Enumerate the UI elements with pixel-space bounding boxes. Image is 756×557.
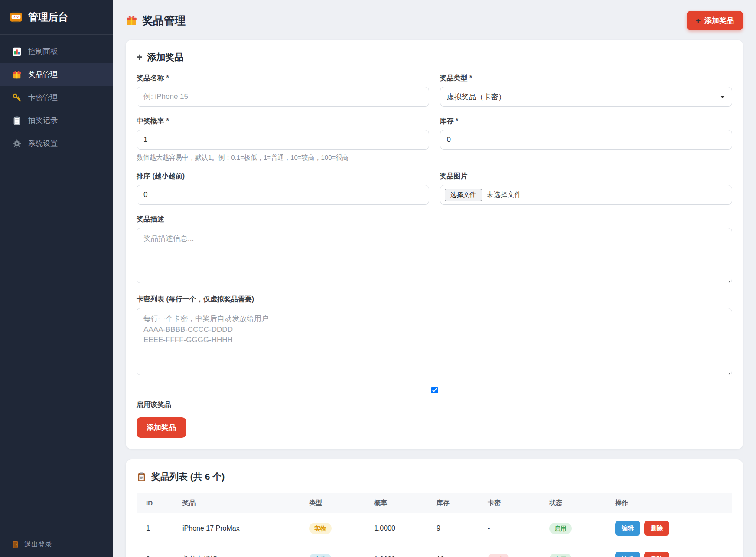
page-title: 奖品管理 [126,13,186,28]
col-kami: 卡密 [482,493,543,513]
col-status: 状态 [543,493,609,513]
page-header: 奖品管理 + 添加奖品 [126,0,743,40]
sidebar-item-label: 控制面板 [28,46,58,56]
table-header-row: ID 奖品 类型 概率 库存 卡密 状态 操作 [137,493,732,513]
submit-add-prize-button[interactable]: 添加奖品 [137,417,186,438]
door-icon [11,541,20,549]
field-prize-name: 奖品名称 * [137,74,429,107]
prize-type-select[interactable]: 虚拟奖品（卡密） [440,87,733,107]
field-prize-type: 奖品类型 * 虚拟奖品（卡密） [440,74,733,107]
prize-name-input[interactable] [137,87,429,107]
kami-list-textarea[interactable] [137,308,732,375]
image-file-input[interactable]: 选择文件 未选择文件 [440,185,733,205]
clipboard-icon [137,472,147,482]
col-id: ID [137,493,176,513]
sidebar-item-dashboard[interactable]: 控制面板 [0,40,113,63]
field-sort: 排序 (越小越前) [137,172,429,205]
image-label: 奖品图片 [440,172,733,181]
kami-list-label: 卡密列表 (每行一个，仅虚拟奖品需要) [137,295,732,304]
sidebar-menu: 控制面板 奖品管理 卡密管理 [0,35,113,532]
status-badge: 启用 [549,554,572,557]
edit-button[interactable]: 编辑 [615,552,640,557]
probability-input[interactable] [137,130,429,150]
stock-label: 库存 * [440,117,733,126]
probability-label: 中奖概率 * [137,117,429,126]
form-card-title: + 添加奖品 [137,51,732,63]
key-icon [12,93,22,102]
delete-button[interactable]: 删除 [644,521,669,536]
prize-type-select-wrap: 虚拟奖品（卡密） [440,87,733,107]
table-row: 1 iPhone 17 ProMax 实物 1.0000 9 - 启用 编辑删除 [137,513,732,544]
sidebar-item-prizes[interactable]: 奖品管理 [0,63,113,86]
col-probability: 概率 [368,493,430,513]
svg-text:777: 777 [13,15,19,19]
edit-button[interactable]: 编辑 [615,521,640,536]
sort-label: 排序 (越小越前) [137,172,429,181]
sidebar-item-records[interactable]: 抽奖记录 [0,109,113,132]
cell-probability: 1.0000 [368,513,430,544]
add-prize-form-card: + 添加奖品 奖品名称 * 奖品类型 * 虚拟奖品（卡密） 中奖概率 * 数值越… [126,40,743,449]
prize-name-label: 奖品名称 * [137,74,429,83]
sidebar-item-label: 抽奖记录 [28,115,58,125]
description-label: 奖品描述 [137,215,732,224]
probability-hint: 数值越大越容易中，默认1。例：0.1=极低，1=普通，10=较高，100=很高 [137,154,429,162]
sidebar-item-label: 卡密管理 [28,92,58,102]
enable-prize-checkbox[interactable] [431,387,438,393]
form-card-title-text: 添加奖品 [147,51,183,63]
page-title-text: 奖品管理 [142,13,186,28]
slot-machine-icon: 777 [10,11,23,24]
app-title: 管理后台 [28,10,68,24]
cell-probability: 1.0000 [368,544,430,557]
field-kami-list: 卡密列表 (每行一个，仅虚拟奖品需要) [137,295,732,377]
plus-icon: + [696,16,701,25]
delete-button[interactable]: 删除 [644,552,669,557]
table-row: 2 美的电饭锅 虚拟 1.0000 10 0 个 启用 编辑删除 [137,544,732,557]
cell-id: 1 [137,513,176,544]
status-badge: 启用 [549,523,572,534]
prize-type-label: 奖品类型 * [440,74,733,83]
col-actions: 操作 [609,493,732,513]
sidebar: 777 管理后台 控制面板 [0,0,113,557]
bar-chart-icon [12,47,22,56]
type-badge-physical: 实物 [309,523,332,534]
sidebar-item-label: 奖品管理 [28,69,58,79]
cell-stock: 9 [430,513,482,544]
clipboard-icon [12,116,22,125]
sort-input[interactable] [137,185,429,205]
sidebar-item-cards[interactable]: 卡密管理 [0,86,113,109]
cell-kami: - [482,513,543,544]
logout-button[interactable]: 退出登录 [0,532,113,557]
cell-id: 2 [137,544,176,557]
main-content: 奖品管理 + 添加奖品 + 添加奖品 奖品名称 * 奖品类型 * 虚拟奖品（卡密… [113,0,756,557]
field-description: 奖品描述 [137,215,732,285]
col-prize: 奖品 [176,493,303,513]
enable-prize-label: 启用该奖品 [137,400,732,410]
field-image: 奖品图片 选择文件 未选择文件 [440,172,733,205]
cell-prize-name: 美的电饭锅 [176,544,303,557]
col-stock: 库存 [430,493,482,513]
description-textarea[interactable] [137,228,732,283]
app-logo: 777 管理后台 [0,0,113,35]
add-prize-header-button[interactable]: + 添加奖品 [687,11,743,30]
stock-input[interactable] [440,130,733,150]
add-prize-header-label: 添加奖品 [704,16,734,26]
gift-icon [12,70,22,79]
logout-label: 退出登录 [24,540,52,549]
type-badge-virtual: 虚拟 [309,554,332,557]
choose-file-button[interactable]: 选择文件 [445,189,482,201]
sidebar-item-settings[interactable]: 系统设置 [0,132,113,155]
prize-list-card: 奖品列表 (共 6 个) ID 奖品 类型 概率 库存 卡密 状态 操作 [126,459,743,557]
sidebar-item-label: 系统设置 [28,138,58,148]
col-type: 类型 [303,493,368,513]
list-card-title-text: 奖品列表 (共 6 个) [151,471,225,483]
field-stock: 库存 * [440,117,733,162]
cell-stock: 10 [430,544,482,557]
prize-table: ID 奖品 类型 概率 库存 卡密 状态 操作 1 iPhone 17 ProM… [137,493,732,557]
plus-icon: + [137,52,142,62]
gear-icon [12,139,22,148]
gift-icon [126,15,137,26]
field-probability: 中奖概率 * 数值越大越容易中，默认1。例：0.1=极低，1=普通，10=较高，… [137,117,429,162]
form-grid: 奖品名称 * 奖品类型 * 虚拟奖品（卡密） 中奖概率 * 数值越大越容易中，默… [137,74,732,215]
no-file-text: 未选择文件 [487,190,521,200]
list-card-title: 奖品列表 (共 6 个) [137,471,732,483]
